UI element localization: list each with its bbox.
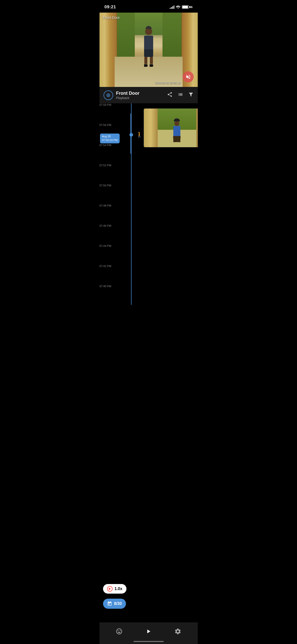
camera-feed[interactable]: Front Door 2023.08.30 18:55:13 bbox=[100, 13, 198, 87]
scrubber-handle[interactable] bbox=[129, 133, 133, 137]
timeline-area[interactable]: Aug 30 07:55:03 PM 07:58 PM 07:56 PM 07:… bbox=[100, 103, 198, 305]
timeline-content[interactable]: 🚶 bbox=[128, 103, 198, 305]
status-time: 09:21 bbox=[105, 5, 116, 10]
mute-button[interactable] bbox=[183, 71, 194, 82]
time-label-2: 07:54 PM bbox=[100, 144, 128, 164]
camera-icon bbox=[104, 90, 113, 100]
thumbnail-scene bbox=[144, 109, 198, 147]
battery-indicator: 96 bbox=[182, 5, 192, 9]
status-icons: 96 bbox=[170, 5, 192, 9]
time-label-7: 07:44 PM bbox=[100, 244, 128, 265]
time-label-0: 07:58 PM bbox=[100, 103, 128, 123]
mute-icon bbox=[185, 74, 191, 80]
time-label-8: 07:42 PM bbox=[100, 265, 128, 285]
camera-feed-label: Front Door bbox=[103, 16, 120, 20]
time-label-4: 07:50 PM bbox=[100, 184, 128, 204]
battery-percent: 96 bbox=[189, 6, 192, 9]
grass-right bbox=[162, 13, 183, 57]
list-button[interactable] bbox=[178, 92, 183, 99]
share-button[interactable] bbox=[167, 92, 173, 99]
header-actions bbox=[167, 92, 194, 99]
status-bar: 09:21 96 bbox=[100, 0, 198, 13]
header-subtitle: Playback bbox=[116, 96, 167, 100]
delivery-person bbox=[144, 28, 153, 67]
person-event-icon: 🚶 bbox=[136, 132, 143, 138]
event-thumbnail[interactable] bbox=[144, 108, 198, 147]
time-labels: Aug 30 07:55:03 PM 07:58 PM 07:56 PM 07:… bbox=[100, 103, 128, 305]
time-label-3: 07:52 PM bbox=[100, 164, 128, 184]
time-label-5: 07:48 PM bbox=[100, 204, 128, 224]
signal-icon bbox=[170, 5, 174, 9]
header-bar: Front Door Playback bbox=[100, 87, 198, 103]
header-text: Front Door Playback bbox=[116, 91, 167, 100]
header-title: Front Door bbox=[116, 91, 167, 96]
camera-timestamp: 2023.08.30 18:55:13 bbox=[155, 81, 181, 84]
wifi-icon bbox=[176, 5, 180, 9]
time-label-9: 07:40 PM bbox=[100, 285, 128, 305]
time-label-6: 07:46 PM bbox=[100, 224, 128, 244]
thumbnail-person bbox=[173, 121, 180, 142]
current-time-badge: Aug 30 07:55:03 PM bbox=[100, 134, 120, 143]
filter-button[interactable] bbox=[188, 92, 194, 99]
